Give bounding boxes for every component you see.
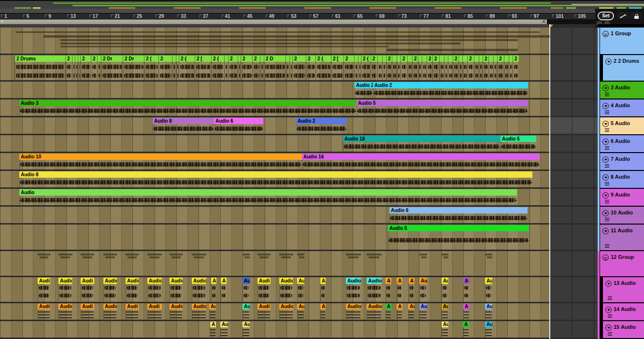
track-header-1[interactable]: 1 Group — [600, 28, 644, 54]
track-header-12[interactable]: 12 Group — [600, 251, 644, 276]
track-header-6[interactable]: 6 Audio — [600, 135, 644, 152]
audio-clip[interactable]: Audio 6 — [389, 207, 528, 223]
audio-clip[interactable]: A — [463, 322, 469, 337]
drum-clip-segment[interactable]: 2 — [371, 56, 378, 80]
audio-clip[interactable]: Au — [442, 304, 448, 319]
audio-clip[interactable]: Audio 6 — [214, 118, 263, 133]
track-header-5[interactable]: 5 Audio — [600, 117, 644, 134]
audio-clip[interactable]: Audi — [38, 304, 50, 319]
audio-clip[interactable]: Audio 5 — [357, 100, 528, 115]
audio-clip[interactable]: Au — [485, 304, 492, 319]
track-menu-icon[interactable] — [605, 146, 609, 150]
audio-clip[interactable]: Au — [243, 278, 250, 301]
audio-clip[interactable]: Audi — [126, 304, 139, 319]
track-header-4[interactable]: 4 Audio — [600, 99, 644, 116]
drum-clip-segment[interactable]: 2 { — [211, 56, 225, 80]
track-name[interactable]: 6 Audio — [611, 138, 630, 144]
track-fold-icon[interactable] — [602, 156, 609, 163]
track-name[interactable]: 4 Audio — [611, 102, 630, 108]
audio-clip[interactable]: Audi — [258, 304, 271, 319]
audio-clip[interactable]: Audio 5 — [388, 225, 529, 249]
track-fold-icon[interactable] — [602, 85, 609, 91]
audio-clip[interactable]: Audio — [279, 304, 293, 319]
audio-clip[interactable]: Au — [209, 304, 216, 319]
audio-clip[interactable]: Au — [419, 304, 427, 319]
drum-clip-segment[interactable]: 2 — [306, 56, 316, 80]
track-header-15[interactable]: 15 Audio — [603, 321, 644, 338]
track-fold-icon[interactable] — [602, 103, 609, 109]
scroll-end-marker-icon[interactable]: < — [543, 18, 545, 24]
track-header-2[interactable]: 2 2 Drums — [603, 55, 644, 81]
arrangement-overview[interactable] — [0, 0, 644, 10]
audio-clip[interactable]: Au — [485, 322, 492, 337]
audio-clip[interactable]: Audio — [346, 278, 361, 301]
arrangement-end-marker[interactable] — [549, 24, 550, 339]
track-menu-icon[interactable] — [605, 164, 609, 168]
drum-clip-segment[interactable]: 2 — [228, 56, 238, 80]
track-header-7[interactable]: 7 Audio — [600, 153, 644, 170]
track-fold-icon[interactable] — [602, 174, 609, 181]
drum-clip-segment[interactable]: 2 [ — [195, 56, 212, 80]
audio-clip[interactable]: Audio 10 — [19, 154, 302, 169]
audio-clip[interactable]: Au — [243, 304, 250, 319]
track-name[interactable]: 3 Audio — [611, 85, 630, 90]
track-fold-icon[interactable] — [602, 228, 609, 234]
audio-clip[interactable]: Audio — [367, 278, 382, 301]
audio-clip[interactable]: Au — [419, 278, 427, 301]
track-fold-icon[interactable] — [605, 58, 612, 65]
drum-clip-segment[interactable]: 2 { — [179, 56, 195, 80]
audio-clip[interactable]: Au — [442, 322, 448, 337]
drums-clip-row[interactable]: 2 Drums2222 Dr2 Dr2 (22 {2 [2 {2222 D222… — [14, 56, 518, 80]
track-menu-icon[interactable] — [608, 297, 612, 300]
drum-clip-segment[interactable]: 2 — [513, 56, 519, 80]
track-name[interactable]: 9 Audio — [611, 192, 630, 198]
drum-clip-segment[interactable]: 2 Drums — [14, 56, 66, 80]
audio-clip[interactable]: Au — [297, 304, 304, 319]
track-header-13[interactable]: 13 Audio — [603, 277, 644, 302]
drum-clip-segment[interactable]: 2 [ — [331, 56, 344, 80]
audio-clip[interactable]: A — [320, 278, 326, 301]
audio-clip[interactable]: Au — [220, 322, 228, 337]
audio-clip[interactable]: A — [463, 278, 470, 301]
audio-clip[interactable]: Audio 8 — [19, 171, 532, 187]
drum-clip-segment[interactable]: 2 — [343, 56, 355, 80]
track-menu-icon[interactable] — [605, 244, 609, 248]
audio-clip[interactable]: Au — [442, 278, 448, 301]
drum-clip-segment[interactable]: 2 Dr — [101, 56, 123, 80]
draw-mode-button[interactable] — [617, 12, 629, 19]
drum-clip-segment[interactable]: 2 — [497, 56, 504, 80]
track-name[interactable]: 5 Audio — [611, 120, 630, 126]
track-header-10[interactable]: 10 Audio — [600, 207, 644, 224]
track-menu-icon[interactable] — [605, 93, 609, 96]
track-name[interactable]: 15 Audio — [614, 324, 636, 330]
drum-clip-segment[interactable]: 2 — [241, 56, 253, 80]
audio-clip[interactable]: Audio 2 — [373, 82, 528, 98]
track-fold-icon[interactable] — [605, 281, 612, 287]
audio-clip[interactable]: Audio — [346, 304, 361, 319]
track-name[interactable]: 2 2 Drums — [614, 58, 639, 64]
audio-clip[interactable]: Audio — [192, 278, 206, 301]
audio-clip[interactable]: Audio — [103, 278, 117, 301]
drum-clip-segment[interactable]: 2 ( — [144, 56, 159, 80]
track-fold-icon[interactable] — [602, 210, 609, 216]
drum-clip-segment[interactable]: 2 Dr — [123, 56, 144, 80]
track-menu-icon[interactable] — [608, 332, 612, 336]
track-header-8[interactable]: 8 Audio — [600, 171, 644, 188]
track-menu-icon[interactable] — [605, 200, 609, 203]
set-locator-button[interactable]: Set — [598, 12, 614, 20]
audio-clip[interactable]: Audio — [103, 304, 117, 319]
track-header-9[interactable]: 9 Audio — [600, 189, 644, 206]
track-header-14[interactable]: 14 Audio — [603, 303, 644, 320]
audio-clip[interactable]: Au — [408, 304, 415, 319]
audio-clip[interactable]: Audio 16 — [302, 154, 540, 169]
drum-clip-segment[interactable]: 2 { — [361, 56, 371, 80]
audio-clip[interactable]: Audi — [147, 304, 162, 319]
drum-clip-segment[interactable]: 2 — [252, 56, 260, 80]
track-menu-icon[interactable] — [605, 182, 609, 185]
drum-clip-segment[interactable]: 2 — [65, 56, 72, 80]
track-menu-icon[interactable] — [605, 218, 609, 221]
audio-clip[interactable]: A — [211, 278, 216, 301]
track-name[interactable]: 11 Audio — [611, 227, 632, 233]
audio-clip[interactable]: Audi — [258, 278, 271, 301]
audio-clip[interactable]: Audio 8 — [153, 118, 214, 133]
